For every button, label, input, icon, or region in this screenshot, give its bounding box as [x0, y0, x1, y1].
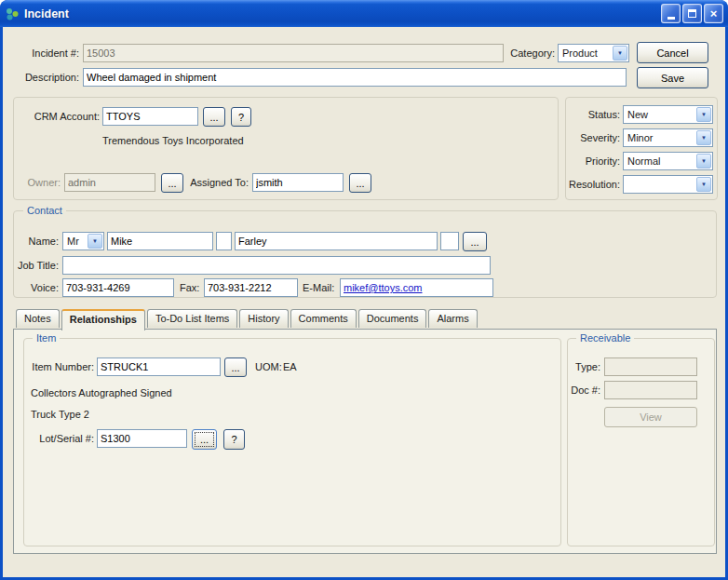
owner-browse-button[interactable]: ...: [161, 173, 183, 193]
receivable-type-field: [604, 357, 697, 376]
first-name-field[interactable]: [107, 232, 213, 250]
minimize-button[interactable]: [661, 4, 681, 23]
incident-number-label: Incident #:: [10, 47, 79, 60]
item-description-line2: Truck Type 2: [31, 408, 89, 421]
uom-label: UOM:: [255, 360, 282, 373]
category-value: Product: [562, 47, 612, 59]
description-field[interactable]: [83, 68, 627, 87]
assigned-to-field[interactable]: [252, 173, 344, 192]
description-label: Description:: [10, 71, 79, 84]
fax-label: Fax:: [180, 281, 199, 294]
app-icon: [5, 7, 20, 21]
status-label: Status:: [568, 108, 620, 121]
item-description-line1: Collectors Autographed Signed: [31, 386, 172, 399]
honorific-combobox[interactable]: Mr ▼: [62, 232, 104, 250]
lot-serial-label: Lot/Serial #:: [31, 432, 94, 445]
item-number-browse-button[interactable]: ...: [224, 357, 247, 377]
severity-value: Minor: [627, 132, 695, 143]
category-label: Category:: [504, 47, 555, 60]
severity-combobox[interactable]: Minor ▼: [623, 128, 713, 147]
window-controls: ×: [661, 4, 723, 23]
job-title-label: Job Title:: [8, 259, 59, 272]
owner-label: Owner:: [21, 176, 61, 189]
severity-label: Severity:: [568, 131, 620, 144]
tab-alarms[interactable]: Alarms: [428, 309, 477, 328]
minimize-icon: [667, 17, 675, 20]
tab-todo-list-items[interactable]: To-Do List Items: [147, 309, 237, 328]
honorific-value: Mr: [67, 236, 87, 247]
lot-serial-field[interactable]: [97, 429, 187, 448]
item-number-field[interactable]: [97, 357, 221, 376]
email-field[interactable]: mikef@ttoys.com: [340, 278, 493, 297]
priority-value: Normal: [627, 155, 695, 167]
receivable-doc-label: Doc #:: [569, 384, 600, 397]
titlebar: Incident ×: [0, 0, 728, 27]
receivable-view-button: View: [604, 407, 697, 427]
last-name-field[interactable]: [235, 232, 438, 250]
contact-browse-button[interactable]: ...: [463, 232, 487, 251]
maximize-icon: [688, 9, 696, 18]
lot-serial-help-button[interactable]: ?: [223, 429, 245, 450]
crm-account-label: CRM Account:: [21, 110, 100, 123]
incident-window: Incident × Incident #: Category: Product…: [0, 0, 728, 580]
voice-label: Voice:: [16, 281, 59, 294]
resolution-combobox[interactable]: ▼: [623, 175, 713, 194]
maximize-button[interactable]: [682, 4, 702, 23]
tab-relationships[interactable]: Relationships: [61, 309, 145, 330]
uom-value: EA: [283, 360, 297, 373]
chevron-down-icon: ▼: [613, 46, 627, 61]
chevron-down-icon: ▼: [696, 177, 711, 192]
cancel-button[interactable]: Cancel: [637, 42, 708, 63]
priority-combobox[interactable]: Normal ▼: [623, 152, 713, 170]
receivable-legend: Receivable: [576, 331, 634, 344]
item-number-label: Item Number:: [31, 360, 94, 373]
crm-account-help-button[interactable]: ?: [231, 107, 251, 127]
chevron-down-icon: ▼: [88, 234, 102, 249]
tab-comments[interactable]: Comments: [290, 309, 357, 328]
email-label: E-Mail:: [303, 281, 334, 294]
window-body: Incident #: Category: Product ▼ Cancel D…: [3, 27, 725, 577]
close-button[interactable]: ×: [704, 4, 723, 23]
chevron-down-icon: ▼: [696, 107, 711, 122]
contact-legend: Contact: [23, 204, 66, 217]
chevron-down-icon: ▼: [696, 130, 711, 145]
save-button[interactable]: Save: [637, 67, 708, 88]
voice-field[interactable]: [62, 278, 174, 297]
lot-serial-browse-button[interactable]: ...: [192, 429, 217, 450]
assigned-to-browse-button[interactable]: ...: [349, 173, 371, 193]
fax-field[interactable]: [204, 278, 298, 297]
receivable-type-label: Type:: [569, 360, 600, 373]
tab-notes[interactable]: Notes: [16, 309, 60, 328]
status-value: New: [627, 109, 695, 120]
priority-label: Priority:: [568, 155, 620, 168]
incident-number-field: [83, 44, 504, 62]
chevron-down-icon: ▼: [696, 154, 711, 169]
middle-initial-field[interactable]: [216, 232, 232, 250]
item-legend: Item: [33, 331, 60, 344]
crm-account-name-text: Tremendous Toys Incorporated: [102, 134, 244, 147]
tab-bar: Notes Relationships To-Do List Items His…: [16, 308, 479, 330]
status-combobox[interactable]: New ▼: [623, 105, 713, 124]
category-combobox[interactable]: Product ▼: [558, 44, 629, 62]
receivable-doc-field: [604, 381, 697, 399]
tab-history[interactable]: History: [239, 309, 288, 328]
job-title-field[interactable]: [62, 256, 491, 275]
assigned-to-label: Assigned To:: [189, 176, 249, 189]
window-title: Incident: [24, 7, 661, 20]
contact-name-label: Name:: [16, 235, 59, 248]
crm-account-browse-button[interactable]: ...: [203, 107, 225, 127]
close-icon: ×: [710, 7, 718, 20]
owner-field: [64, 173, 155, 192]
email-link[interactable]: mikef@ttoys.com: [344, 282, 423, 293]
crm-account-field[interactable]: [102, 107, 198, 126]
suffix-field[interactable]: [440, 232, 459, 250]
tab-documents[interactable]: Documents: [358, 309, 427, 328]
resolution-label: Resolution:: [568, 178, 620, 191]
